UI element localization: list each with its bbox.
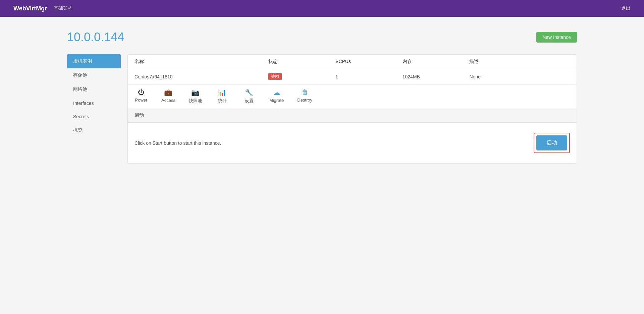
power-section-title: 启动 (135, 112, 144, 118)
main-content: 10.0.0.144 New Instance 虚机实例 存储池 网络池 Int… (0, 17, 644, 177)
page-title-row: 10.0.0.144 New Instance (67, 30, 577, 44)
sidebar-item-interfaces[interactable]: Interfaces (67, 97, 121, 110)
tab-power[interactable]: ⏻ Power (128, 84, 155, 108)
logout-button[interactable]: 退出 (621, 5, 631, 11)
instance-description: None (469, 74, 570, 79)
tab-snapshot[interactable]: 📷 快照池 (182, 84, 209, 108)
col-status: 状态 (268, 59, 335, 65)
header-left: WebVirtMgr 基础架构 (13, 5, 72, 12)
tab-migrate[interactable]: ☁ Migrate (263, 84, 290, 108)
tab-snapshot-label: 快照池 (189, 98, 202, 104)
instance-memory: 1024MB (402, 74, 470, 79)
migrate-icon: ☁ (273, 88, 280, 97)
tab-migrate-label: Migrate (269, 98, 284, 103)
sidebar-item-vm[interactable]: 虚机实例 (67, 54, 121, 68)
table-header: 名称 状态 VCPUs 内存 描述 (128, 55, 577, 69)
col-description: 描述 (469, 59, 570, 65)
col-vcpus: VCPUs (335, 59, 402, 65)
start-button-wrapper: 启动 (534, 133, 570, 153)
snapshot-icon: 📷 (191, 88, 200, 97)
settings-icon: 🔧 (245, 88, 253, 97)
tab-access-label: Access (161, 98, 175, 103)
status-badge: 关闭 (268, 73, 282, 80)
tab-settings[interactable]: 🔧 设置 (236, 84, 263, 108)
page-title: 10.0.0.144 (67, 30, 124, 44)
tab-power-label: Power (135, 98, 148, 103)
destroy-icon: 🗑 (302, 88, 308, 96)
new-instance-button[interactable]: New Instance (536, 32, 577, 43)
main-header: WebVirtMgr 基础架构 退出 (0, 0, 644, 17)
power-tab-content: 启动 Click on Start button to start this i… (128, 108, 577, 163)
tab-destroy[interactable]: 🗑 Destroy (290, 84, 319, 108)
tab-settings-label: 设置 (245, 98, 254, 104)
tab-stats[interactable]: 📊 统计 (209, 84, 236, 108)
stats-icon: 📊 (218, 88, 226, 97)
table-row[interactable]: Centos7x64_1810 关闭 1 1024MB None (128, 69, 577, 84)
main-panel: 名称 状态 VCPUs 内存 描述 Centos7x64_1810 关闭 1 1… (127, 54, 577, 164)
power-icon: ⏻ (138, 88, 145, 96)
power-section-header: 启动 (128, 108, 577, 123)
sidebar-item-secrets[interactable]: Secrets (67, 110, 121, 123)
power-section-body: Click on Start button to start this inst… (128, 123, 577, 163)
sidebar-item-overview[interactable]: 概览 (67, 123, 121, 137)
instance-status: 关闭 (268, 73, 335, 80)
action-tabs: ⏻ Power 💼 Access 📷 快照池 📊 统计 🔧 设置 (128, 84, 577, 108)
col-name: 名称 (135, 59, 268, 65)
col-memory: 内存 (402, 59, 470, 65)
instance-vcpus: 1 (335, 74, 402, 79)
tab-access[interactable]: 💼 Access (155, 84, 182, 108)
sidebar-item-storage[interactable]: 存储池 (67, 68, 121, 82)
app-subtitle: 基础架构 (54, 5, 72, 11)
content-layout: 虚机实例 存储池 网络池 Interfaces Secrets 概览 名称 (67, 54, 577, 164)
sidebar-item-network[interactable]: 网络池 (67, 82, 121, 97)
tab-stats-label: 统计 (218, 98, 227, 104)
start-button[interactable]: 启动 (536, 135, 567, 150)
tab-destroy-label: Destroy (297, 98, 312, 103)
instance-name: Centos7x64_1810 (135, 74, 268, 79)
access-icon: 💼 (164, 88, 172, 97)
power-start-message: Click on Start button to start this inst… (135, 140, 221, 146)
sidebar: 虚机实例 存储池 网络池 Interfaces Secrets 概览 (67, 54, 121, 164)
app-brand: WebVirtMgr (13, 5, 47, 12)
